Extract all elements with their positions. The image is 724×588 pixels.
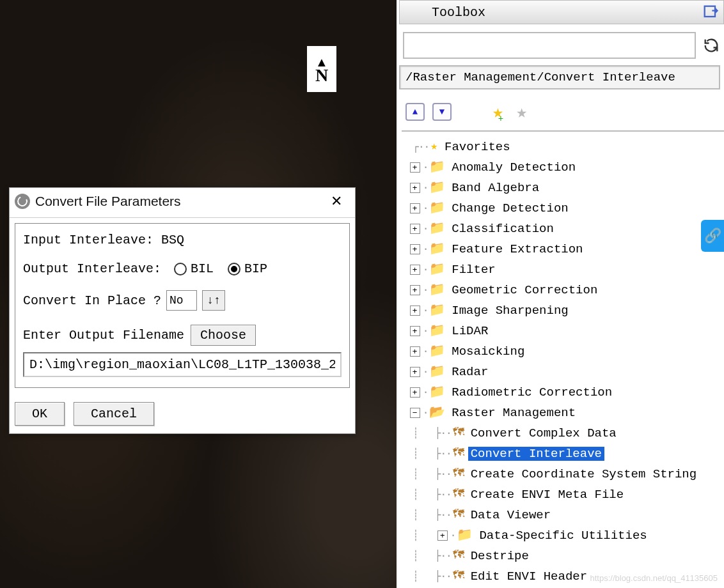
- expand-box-icon[interactable]: +: [410, 367, 420, 377]
- tree-folder[interactable]: +·📁Change Detection: [402, 198, 724, 219]
- folder-icon: 📁: [429, 160, 445, 174]
- input-interleave-label: Input Interleave: BSQ: [23, 233, 184, 247]
- convert-file-parameters-dialog: Convert File Parameters ✕ Input Interlea…: [9, 187, 356, 434]
- toolbox-toolbar: ▲ ▼ ★+ ★: [399, 98, 724, 130]
- tree-folder-label: Band Algebra: [449, 181, 542, 196]
- tree-folder[interactable]: +·📁Classification: [402, 219, 724, 239]
- tree-folder[interactable]: +·📁LiDAR: [402, 321, 724, 341]
- expand-box-icon[interactable]: +: [437, 530, 448, 541]
- tree-favorites[interactable]: ┌··★ Favorites: [402, 137, 724, 157]
- folder-icon: 📁: [429, 222, 445, 236]
- expand-box-icon[interactable]: +: [410, 265, 420, 275]
- chevron-down-icon: ▼: [439, 107, 445, 117]
- tree-tool[interactable]: ┊ ├··🗺Data Viewer: [402, 505, 724, 525]
- tree-folder[interactable]: +·📁Feature Extraction: [402, 239, 724, 259]
- folder-icon: 📁: [429, 283, 445, 297]
- remove-favorite-icon[interactable]: ★: [516, 101, 527, 123]
- tree-folder[interactable]: +·📁Radar: [402, 362, 724, 382]
- search-input[interactable]: [403, 32, 696, 59]
- tree-tool-label: Create ENVI Meta File: [468, 488, 626, 502]
- refresh-icon[interactable]: [702, 36, 720, 54]
- dialog-title: Convert File Parameters: [35, 194, 181, 209]
- tree-folder[interactable]: +·📁Filter: [402, 259, 724, 280]
- output-filename-label: Enter Output Filename: [23, 328, 184, 343]
- folder-icon: 📁: [429, 181, 445, 195]
- output-filename-input[interactable]: [23, 352, 342, 377]
- expand-box-icon[interactable]: +: [410, 326, 420, 336]
- tree-tool[interactable]: ┊ ├··🗺Create Coordinate System String: [402, 464, 724, 484]
- folder-icon: 📁: [429, 242, 445, 256]
- dialog-titlebar[interactable]: Convert File Parameters ✕: [10, 188, 355, 218]
- tree-tool[interactable]: ┊ ├··🗺Convert Complex Data: [402, 423, 724, 444]
- expand-box-icon[interactable]: +: [410, 162, 420, 173]
- tool-icon: 🗺: [453, 427, 464, 440]
- folder-icon: 📁: [429, 304, 445, 318]
- app-icon: [15, 194, 30, 209]
- tree-raster-management[interactable]: −· 📂 Raster Management: [402, 403, 724, 423]
- tree-folder-label: LiDAR: [449, 324, 491, 339]
- tree-folder[interactable]: +·📁Image Sharpening: [402, 300, 724, 321]
- toolbox-title: Toolbox: [432, 5, 485, 20]
- tree-tool-label: Create Coordinate System String: [468, 467, 699, 482]
- tree-folder-label: Change Detection: [449, 201, 571, 216]
- cancel-button[interactable]: Cancel: [74, 402, 154, 426]
- tree-tool-label: Edit ENVI Header: [468, 569, 590, 584]
- toolbox-tree[interactable]: ┌··★ Favorites +·📁Anomaly Detection +·📁B…: [402, 130, 724, 587]
- folder-icon: 📁: [429, 344, 445, 359]
- tree-tool-label: Data Viewer: [468, 508, 553, 523]
- add-favorite-icon[interactable]: ★+: [492, 101, 508, 123]
- tool-icon: 🗺: [453, 509, 464, 522]
- tree-tool[interactable]: ┊ ├··🗺Convert Interleave: [402, 444, 724, 464]
- tree-folder-label: Feature Extraction: [449, 242, 585, 257]
- toolbox-path: /Raster Management/Convert Interleave: [399, 65, 720, 89]
- radio-bil[interactable]: BIL: [174, 261, 214, 276]
- tree-folder-label: Image Sharpening: [449, 304, 571, 318]
- tree-folder[interactable]: +·📁Band Algebra: [402, 178, 724, 198]
- expand-box-icon[interactable]: +: [410, 203, 420, 213]
- parameter-group: Input Interleave: BSQ Output Interleave:…: [15, 223, 350, 388]
- tool-icon: 🗺: [453, 570, 464, 583]
- expand-box-icon[interactable]: +: [410, 224, 420, 234]
- convert-in-place-input[interactable]: [166, 290, 197, 311]
- tree-folder-label: Radiometric Correction: [449, 385, 615, 400]
- expand-down-button[interactable]: ▼: [432, 103, 452, 121]
- dock-icon[interactable]: [702, 3, 720, 21]
- expand-box-icon[interactable]: +: [410, 244, 420, 254]
- tree-tool-label: Convert Complex Data: [468, 426, 619, 441]
- output-interleave-label: Output Interleave:: [23, 261, 161, 276]
- tree-folder[interactable]: +·📁Mosaicking: [402, 341, 724, 362]
- north-arrow-icon: ▲ N: [307, 46, 336, 92]
- tree-folder[interactable]: +·📁Anomaly Detection: [402, 157, 724, 178]
- tree-tool[interactable]: ┊ ├··🗺Create ENVI Meta File: [402, 484, 724, 505]
- tree-folder-label: Geometric Correction: [449, 283, 600, 298]
- expand-box-icon[interactable]: +: [410, 306, 420, 316]
- expand-box-icon[interactable]: +: [410, 285, 420, 295]
- swap-button[interactable]: ↓↑: [202, 290, 225, 311]
- tree-folder-label: Filter: [449, 263, 498, 277]
- convert-in-place-label: Convert In Place ?: [23, 293, 161, 308]
- folder-icon: 📁: [429, 385, 445, 399]
- tree-data-specific-utilities[interactable]: ┊ +· 📁 Data-Specific Utilities: [402, 525, 724, 546]
- chevron-up-icon: ▲: [413, 107, 418, 117]
- tree-folder-label: Anomaly Detection: [449, 160, 578, 175]
- folder-icon: 📁: [429, 365, 445, 379]
- folder-icon: 📁: [429, 263, 445, 277]
- collapse-up-button[interactable]: ▲: [405, 103, 425, 121]
- ok-button[interactable]: OK: [15, 402, 65, 426]
- toolbox-header[interactable]: Toolbox: [399, 0, 724, 24]
- radio-bip[interactable]: BIP: [228, 261, 267, 276]
- expand-box-icon[interactable]: +: [410, 387, 420, 398]
- collapse-box-icon[interactable]: −: [410, 408, 420, 418]
- tree-folder[interactable]: +·📁Radiometric Correction: [402, 382, 724, 403]
- folder-icon: 📁: [429, 201, 445, 215]
- tree-folder[interactable]: +·📁Geometric Correction: [402, 280, 724, 300]
- folder-icon: 📁: [457, 529, 473, 543]
- close-icon[interactable]: ✕: [324, 192, 349, 211]
- choose-button[interactable]: Choose: [191, 325, 256, 346]
- map-viewport[interactable]: ▲ N Convert File Parameters ✕ Input Inte…: [0, 0, 397, 588]
- link-icon: 🔗: [704, 228, 721, 245]
- share-tab[interactable]: 🔗: [701, 220, 724, 252]
- tree-tool[interactable]: ┊ ├··🗺Destripe: [402, 546, 724, 566]
- expand-box-icon[interactable]: +: [410, 183, 420, 193]
- expand-box-icon[interactable]: +: [410, 346, 420, 357]
